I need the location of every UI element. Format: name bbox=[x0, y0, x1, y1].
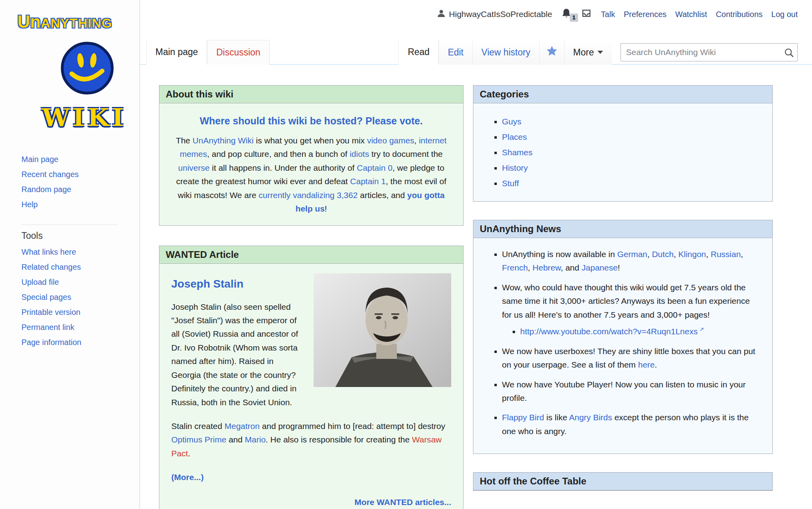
tools-item-link[interactable]: Page information bbox=[21, 338, 81, 347]
category-item-link[interactable]: Shames bbox=[502, 148, 532, 157]
category-item-link[interactable]: Guys bbox=[502, 117, 521, 126]
wiki-link[interactable]: Flappy Bird bbox=[502, 413, 544, 422]
watchlist-link[interactable]: Watchlist bbox=[675, 10, 707, 19]
news-box: UnAnything News UnAnything is now availa… bbox=[473, 220, 773, 454]
tab-edit[interactable]: Edit bbox=[439, 40, 472, 65]
smiley-logo-icon bbox=[59, 40, 140, 97]
tools-item-link[interactable]: Related changes bbox=[21, 263, 81, 271]
tab-discussion[interactable]: Discussion bbox=[207, 40, 269, 65]
wiki-link[interactable]: Hebrew bbox=[532, 263, 561, 272]
wiki-link[interactable]: Angry Birds bbox=[569, 413, 612, 422]
notifications-bell-button[interactable]: 1 bbox=[561, 8, 572, 21]
news-list: UnAnything is now available in German, D… bbox=[485, 248, 760, 438]
news-item: Wow, who could have thought this wiki wo… bbox=[502, 281, 760, 339]
external-link[interactable]: http://www.youtube.com/watch?v=4Ruqn1Lne… bbox=[520, 327, 704, 336]
categories-box-body: GuysPlacesShamesHistoryStuff bbox=[473, 103, 772, 201]
wiki-link[interactable]: Megatron bbox=[224, 421, 260, 431]
wiki-link[interactable]: Russian bbox=[710, 250, 741, 259]
tools-item-link[interactable]: Permanent link bbox=[21, 323, 74, 332]
news-subitem: http://www.youtube.com/watch?v=4Ruqn1Lne… bbox=[520, 325, 760, 338]
wiki-link[interactable]: German bbox=[617, 250, 647, 259]
about-this-wiki-box: About this wiki Where should this wiki b… bbox=[159, 85, 463, 226]
page-tabs: Main page Discussion bbox=[146, 40, 270, 65]
more-menu-button[interactable]: More bbox=[564, 40, 612, 65]
category-item-link[interactable]: History bbox=[502, 163, 528, 172]
search-input[interactable] bbox=[620, 43, 798, 61]
wiki-logo[interactable]: UnAnything WIKI bbox=[0, 0, 140, 132]
chevron-down-icon bbox=[598, 51, 603, 54]
page-header: HighwayCatIsSoPredictable 1 Talk Prefere… bbox=[140, 0, 812, 65]
category-item: Stuff bbox=[502, 175, 760, 191]
tab-read-label: Read bbox=[408, 47, 429, 57]
sidebar-nav-item-link[interactable]: Recent changes bbox=[21, 170, 79, 179]
sidebar-nav-item-link[interactable]: Main page bbox=[21, 155, 58, 164]
wiki-link[interactable]: Optimus Prime bbox=[171, 435, 226, 444]
wiki-link[interactable]: Captain 1 bbox=[350, 177, 386, 186]
wiki-link[interactable]: currently vandalizing 3,362 bbox=[259, 191, 358, 200]
sidebar-nav-item-link[interactable]: Random page bbox=[21, 185, 71, 194]
talk-link[interactable]: Talk bbox=[601, 10, 615, 19]
preferences-link[interactable]: Preferences bbox=[624, 10, 666, 19]
wanted-box-title: WANTED Article bbox=[159, 246, 463, 264]
wiki-link[interactable]: video games bbox=[367, 136, 414, 145]
categories-box: Categories GuysPlacesShamesHistoryStuff bbox=[473, 85, 773, 202]
wiki-link[interactable]: Dutch bbox=[652, 250, 674, 259]
vote-link[interactable]: Where should this wiki be hosted? Please… bbox=[200, 113, 423, 129]
tools-list: What links hereRelated changesUpload fil… bbox=[21, 244, 117, 350]
content-area: HighwayCatIsSoPredictable 1 Talk Prefere… bbox=[140, 0, 812, 509]
tools-item-link[interactable]: Printable version bbox=[21, 308, 80, 316]
watch-star-button[interactable] bbox=[539, 40, 564, 65]
tab-discussion-label: Discussion bbox=[216, 47, 260, 58]
more-wanted-articles-link[interactable]: More WANTED articles... bbox=[171, 496, 451, 509]
wiki-link[interactable]: Mario bbox=[245, 435, 266, 444]
sidebar: UnAnything WIKI Main pageRecent changesR… bbox=[0, 0, 140, 509]
sidebar-nav-item: Help bbox=[21, 197, 140, 212]
wiki-link[interactable]: Captain 0 bbox=[357, 163, 393, 172]
category-item-link[interactable]: Places bbox=[502, 132, 527, 141]
wiki-link[interactable]: idiots bbox=[350, 149, 369, 158]
username-link[interactable]: HighwayCatIsSoPredictable bbox=[437, 9, 552, 20]
wiki-link[interactable]: Japanese bbox=[582, 263, 618, 272]
tools-item: Upload file bbox=[21, 275, 117, 290]
wiki-link[interactable]: universe bbox=[178, 163, 209, 172]
star-icon bbox=[546, 45, 558, 60]
search-button[interactable] bbox=[783, 46, 795, 60]
logo-wiki-text: WIKI bbox=[42, 103, 140, 132]
category-item: Places bbox=[502, 129, 760, 145]
logo-wordmark: UnAnything bbox=[17, 12, 140, 32]
inbox-tray-icon bbox=[580, 8, 592, 21]
tools-item-link[interactable]: What links here bbox=[21, 248, 76, 256]
wiki-link[interactable]: UnAnything Wiki bbox=[193, 136, 254, 145]
wanted-article-title-link[interactable]: Joseph Stalin bbox=[171, 275, 243, 293]
sidebar-navigation: Main pageRecent changesRandom pageHelp T… bbox=[0, 152, 140, 350]
view-tabs: Read Edit View history More bbox=[398, 40, 812, 65]
stalin-photo[interactable] bbox=[314, 273, 451, 387]
tools-item-link[interactable]: Upload file bbox=[21, 278, 59, 286]
sidebar-nav-item-link[interactable]: Help bbox=[21, 200, 38, 209]
news-sublist: http://www.youtube.com/watch?v=4Ruqn1Lne… bbox=[502, 325, 760, 338]
tab-main-page[interactable]: Main page bbox=[146, 40, 207, 65]
notices-tray-button[interactable] bbox=[580, 8, 592, 21]
username-text: HighwayCatIsSoPredictable bbox=[449, 10, 552, 19]
tools-heading: Tools bbox=[21, 231, 117, 241]
wanted-paragraph-2: Stalin created Megatron and programmed h… bbox=[171, 419, 451, 460]
contributions-link[interactable]: Contributions bbox=[716, 10, 762, 19]
logout-link[interactable]: Log out bbox=[771, 10, 798, 19]
search-box bbox=[620, 43, 798, 61]
main-page-body: About this wiki Where should this wiki b… bbox=[140, 65, 812, 509]
category-item: History bbox=[502, 160, 760, 175]
left-column: About this wiki Where should this wiki b… bbox=[159, 85, 463, 509]
tools-item-link[interactable]: Special pages bbox=[21, 293, 71, 301]
wiki-link[interactable]: Klingon bbox=[678, 250, 706, 259]
tools-item: Related changes bbox=[21, 259, 117, 275]
about-paragraph: The UnAnything Wiki is what you get when… bbox=[171, 134, 451, 216]
tab-view-history[interactable]: View history bbox=[472, 40, 539, 65]
about-box-body: Where should this wiki be hosted? Please… bbox=[159, 103, 463, 225]
tab-read[interactable]: Read bbox=[398, 40, 439, 65]
category-item-link[interactable]: Stuff bbox=[502, 179, 519, 188]
wiki-link[interactable]: here bbox=[638, 360, 655, 369]
sidebar-nav-item: Recent changes bbox=[21, 167, 140, 182]
wiki-link[interactable]: French bbox=[502, 263, 528, 272]
sidebar-nav-list: Main pageRecent changesRandom pageHelp bbox=[21, 152, 140, 212]
more-link[interactable]: (More...) bbox=[171, 473, 204, 482]
